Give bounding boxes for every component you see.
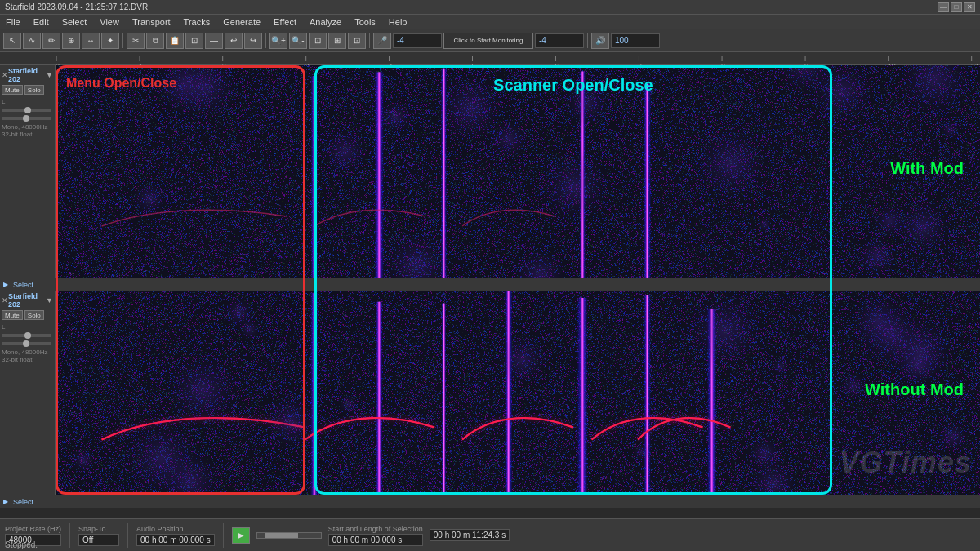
- cursor-tool[interactable]: ↖: [3, 33, 21, 49]
- trim-button[interactable]: ⊡: [185, 33, 203, 49]
- track-upper-vol-label: L: [2, 98, 53, 105]
- menu-analyze[interactable]: Analyze: [307, 17, 344, 27]
- time-shift-tool[interactable]: ↔: [82, 33, 100, 49]
- envelope-tool[interactable]: ∿: [23, 33, 41, 49]
- status-sep1: [69, 523, 70, 548]
- track-lower-name[interactable]: Starfield 202: [8, 292, 46, 309]
- menu-transport[interactable]: Transport: [130, 17, 173, 27]
- select-bar-upper[interactable]: ▶ Select: [0, 278, 980, 291]
- status-bar: Project Rate (Hz) 48000 Snap-To Off Audi…: [0, 518, 980, 551]
- title-bar: Starfield 2023.09.04 - 21:25:07.12.DVR —…: [0, 0, 980, 15]
- snap-to-value[interactable]: Off: [78, 534, 119, 546]
- toolbar-sep2: [265, 33, 266, 48]
- track-lower-vol-thumb: [24, 332, 31, 339]
- click-monitor[interactable]: Click to Start Monitoring: [443, 33, 533, 49]
- sel-label: Start and Length of Selection: [328, 525, 423, 533]
- cut-button[interactable]: ✂: [127, 33, 145, 49]
- track-lower-vol-label: L: [2, 323, 53, 331]
- time-ruler: 0 1 2 3 4 5 6 7 8 9 10 11: [0, 52, 980, 65]
- track-lower-close[interactable]: ✕: [2, 296, 8, 304]
- track-controls-upper: ✕ Starfield 202 ▼ Mute Solo L Mono, 4800…: [0, 65, 56, 278]
- zoom-track-button[interactable]: ⊡: [348, 33, 366, 49]
- menu-tracks[interactable]: Tracks: [181, 17, 213, 27]
- silence-button[interactable]: —: [205, 33, 223, 49]
- menu-generate[interactable]: Generate: [220, 17, 263, 27]
- sel-start-value[interactable]: 00 h 00 m 00.000 s: [328, 534, 423, 546]
- vgtimes-watermark: VGTimes: [840, 446, 972, 480]
- selection-bar[interactable]: [256, 532, 322, 539]
- copy-button[interactable]: ⧉: [146, 33, 164, 49]
- track-upper-close[interactable]: ✕: [2, 71, 8, 79]
- input-level-display: -4: [393, 33, 442, 48]
- zoom-in-button[interactable]: 🔍+: [270, 33, 287, 49]
- title-bar-controls: — □ ✕: [938, 2, 975, 12]
- sel-len-value[interactable]: 00 h 00 m 11:24.3 s: [430, 529, 510, 541]
- mic-icon: 🎤: [373, 33, 391, 49]
- track-upper-mute[interactable]: Mute: [2, 85, 23, 95]
- track-controls-lower: ✕ Starfield 202 ▼ Mute Solo L Mono, 4800…: [0, 291, 56, 495]
- toolbar-sep1: [122, 33, 123, 48]
- menu-help[interactable]: Help: [386, 17, 410, 27]
- audio-pos-group: Audio Position 00 h 00 m 00.000 s: [136, 525, 215, 546]
- paste-button[interactable]: 📋: [166, 33, 184, 49]
- select-arrow-upper: ▶: [3, 281, 8, 288]
- track-lower-vol-slider[interactable]: [2, 334, 51, 337]
- zoom-fit-button[interactable]: ⊞: [328, 33, 346, 49]
- select-label-upper: Select: [13, 281, 33, 289]
- track-lower-dropdown[interactable]: ▼: [46, 296, 53, 304]
- menu-edit[interactable]: Edit: [31, 17, 51, 27]
- menu-file[interactable]: File: [3, 17, 23, 27]
- menu-view[interactable]: View: [97, 17, 122, 27]
- without-mod-label: Without Mod: [865, 380, 964, 399]
- redo-button[interactable]: ↪: [244, 33, 262, 49]
- menu-tools[interactable]: Tools: [352, 17, 378, 27]
- audio-pos-value[interactable]: 00 h 00 m 00.000 s: [136, 534, 215, 546]
- play-selection-button[interactable]: ▶: [232, 527, 250, 544]
- status-sep3: [223, 523, 224, 548]
- zoom-out-button[interactable]: 🔍-: [289, 33, 307, 49]
- snap-to-label: Snap-To: [78, 525, 119, 533]
- with-mod-label: With Mod: [890, 159, 964, 178]
- stopped-label: Stopped.: [5, 540, 38, 549]
- select-bar-lower[interactable]: ▶ Select: [0, 495, 980, 508]
- speaker-icon: 🔊: [591, 33, 609, 49]
- sel-len-group: 00 h 00 m 11:24.3 s: [430, 529, 510, 541]
- menu-bar: File Edit Select View Transport Tracks G…: [0, 15, 980, 29]
- ruler-marks: 0 1 2 3 4 5 6 7 8 9 10 11: [56, 52, 980, 65]
- track-lower-pan-slider[interactable]: [2, 342, 51, 345]
- toolbar-sep4: [587, 33, 588, 48]
- menu-effect[interactable]: Effect: [271, 17, 299, 27]
- status-sep2: [127, 523, 128, 548]
- track-upper: ✕ Starfield 202 ▼ Mute Solo L Mono, 4800…: [0, 65, 980, 278]
- zoom-sel-button[interactable]: ⊡: [309, 33, 327, 49]
- track-upper-dropdown[interactable]: ▼: [46, 71, 53, 79]
- title-text: Starfield 2023.09.04 - 21:25:07.12.DVR: [5, 2, 148, 11]
- track-upper-name[interactable]: Starfield 202: [8, 67, 46, 83]
- output-level-display: -4: [535, 33, 584, 48]
- upper-spectrogram-canvas: [56, 65, 980, 278]
- track-lower-solo[interactable]: Solo: [24, 310, 44, 320]
- audio-pos-label: Audio Position: [136, 525, 215, 533]
- track-upper-vol-thumb: [24, 107, 31, 113]
- track-lower-pan-thumb: [23, 340, 29, 347]
- close-button[interactable]: ✕: [964, 2, 975, 12]
- multi-tool[interactable]: ✦: [101, 33, 119, 49]
- undo-button[interactable]: ↩: [225, 33, 243, 49]
- volume-display: 100: [611, 33, 660, 48]
- track-lower-mute[interactable]: Mute: [2, 310, 23, 320]
- track-upper-pan-thumb: [23, 115, 29, 122]
- maximize-button[interactable]: □: [951, 2, 962, 12]
- track-upper-solo[interactable]: Solo: [24, 85, 44, 95]
- track-upper-info: Mono, 48000Hz 32-bit float: [2, 123, 53, 138]
- draw-tool[interactable]: ✏: [42, 33, 60, 49]
- main-area: ✕ Starfield 202 ▼ Mute Solo L Mono, 4800…: [0, 65, 980, 517]
- toolbar-sep3: [369, 33, 370, 48]
- track-upper-vol-slider[interactable]: [2, 109, 51, 112]
- zoom-tool[interactable]: ⊕: [62, 33, 80, 49]
- minimize-button[interactable]: —: [938, 2, 949, 12]
- track-upper-pan-slider[interactable]: [2, 117, 51, 120]
- select-label-lower: Select: [13, 498, 33, 506]
- menu-select[interactable]: Select: [60, 17, 90, 27]
- track-lower: ✕ Starfield 202 ▼ Mute Solo L Mono, 4800…: [0, 291, 980, 495]
- track-canvas-upper[interactable]: 19000 18000 17000 16000 15000 14000: [56, 65, 980, 278]
